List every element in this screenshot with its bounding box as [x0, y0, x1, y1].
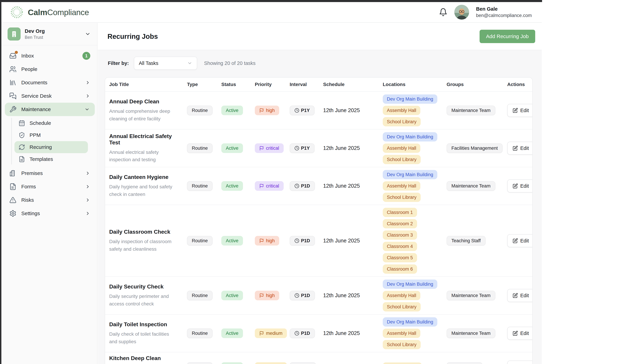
groups-cell: Maintenance Team	[447, 291, 507, 300]
clock-icon	[294, 108, 299, 113]
recurring-refresh-icon	[19, 144, 25, 151]
table-row[interactable]: Annual Electrical Safety Test Annual ele…	[105, 129, 532, 167]
status-badge: Active	[221, 106, 243, 115]
job-description: Daily inspection of classroom safety and…	[109, 238, 175, 253]
org-switcher[interactable]: Dev Org Ben Trust	[1, 23, 97, 45]
schedule-cell: 12th June 2025	[323, 183, 383, 189]
priority-cell: high	[255, 106, 290, 115]
status-cell: Active	[221, 362, 255, 364]
sidebar-item-label: Templates	[30, 156, 53, 162]
table-row[interactable]: Annual Deep Clean Annual comprehensive d…	[105, 92, 532, 129]
schedule-date: 12th June 2025	[323, 292, 360, 298]
user-avatar[interactable]	[454, 5, 469, 20]
clock-icon	[294, 331, 299, 336]
column-header: Priority	[255, 82, 290, 87]
sidebar-item-label: Maintenance	[21, 106, 51, 112]
flag-icon	[259, 146, 264, 151]
edit-button[interactable]: Edit	[507, 180, 533, 192]
sidebar-item-label: Risks	[21, 197, 34, 203]
edit-label: Edit	[520, 146, 529, 151]
unread-dot	[15, 51, 18, 54]
sidebar-item-ppm[interactable]: PPM	[1, 129, 97, 141]
sidebar-item-templates[interactable]: Templates	[1, 153, 97, 165]
edit-pencil-icon	[513, 238, 518, 243]
location-badge: Assembly Hall	[383, 106, 420, 115]
location-badge: Dev Org Main Building	[383, 132, 437, 142]
sidebar-item-label: Schedule	[30, 120, 51, 126]
table-row[interactable]: Kitchen Deep Clean Weekly deep cleaning …	[105, 352, 532, 364]
edit-button[interactable]: Edit	[507, 327, 533, 340]
brand-name: CalmCompliance	[28, 7, 89, 17]
interval-cell: P1W	[290, 362, 323, 364]
priority-cell: critical	[255, 143, 290, 153]
flag-icon	[259, 239, 264, 243]
table-row[interactable]: Daily Toilet Inspection Daily check of t…	[105, 315, 532, 352]
user-info[interactable]: Ben Gale ben@calmcompliance.com	[476, 6, 532, 18]
job-description: Daily security perimeter and access cont…	[109, 293, 175, 307]
sidebar-item-service-desk[interactable]: Service Desk	[1, 89, 97, 103]
actions-cell: Edit	[507, 234, 533, 247]
add-recurring-job-button[interactable]: Add Recurring Job	[480, 30, 535, 43]
edit-button[interactable]: Edit	[507, 361, 533, 364]
table-row[interactable]: Daily Classroom Check Daily inspection o…	[105, 205, 532, 277]
chevron-down-icon	[85, 31, 91, 37]
column-header: Job Title	[109, 82, 187, 87]
sidebar-item-label: Inbox	[21, 53, 34, 59]
job-title: Daily Classroom Check	[109, 229, 175, 235]
priority-label: high	[266, 293, 275, 298]
sidebar-item-inbox[interactable]: Inbox 1	[1, 49, 97, 62]
group-badge: Facilities Management	[447, 143, 502, 153]
edit-label: Edit	[520, 331, 529, 336]
locations-cell: Classroom 1Classroom 2Classroom 3Classro…	[383, 208, 447, 274]
chevron-down-icon	[85, 107, 90, 112]
location-badge: Assembly Hall	[383, 291, 420, 300]
interval-label: P1Y	[301, 146, 310, 151]
task-filter-dropdown[interactable]: All Tasks	[134, 57, 197, 70]
edit-button[interactable]: Edit	[507, 234, 533, 247]
table-row[interactable]: Daily Security Check Daily security peri…	[105, 277, 532, 315]
job-title: Daily Canteen Hygiene	[109, 174, 175, 180]
status-cell: Active	[221, 181, 255, 191]
sidebar-item-risks[interactable]: Risks	[1, 193, 97, 207]
job-title-cell: Daily Toilet Inspection Daily check of t…	[109, 321, 187, 345]
actions-cell: Edit	[507, 361, 533, 364]
column-header: Actions	[507, 82, 532, 87]
table-row[interactable]: Daily Canteen Hygiene Daily hygiene and …	[105, 167, 532, 205]
interval-badge: P1D	[290, 181, 315, 191]
priority-cell: critical	[255, 181, 290, 191]
sidebar-item-label: Premises	[21, 170, 43, 176]
interval-label: P1D	[301, 238, 310, 243]
sidebar-item-documents[interactable]: Documents	[1, 76, 97, 89]
priority-badge: medium	[255, 329, 287, 338]
filter-label: Filter by:	[108, 61, 129, 66]
sidebar-item-forms[interactable]: Forms	[1, 180, 97, 193]
chevron-right-icon	[85, 184, 90, 189]
column-header: Schedule	[323, 82, 383, 87]
schedule-cell: 12th June 2025	[323, 107, 383, 114]
sidebar-item-recurring[interactable]: Recurring	[14, 141, 88, 153]
job-description: Daily check of toilet facilities and sup…	[109, 330, 175, 345]
edit-button[interactable]: Edit	[507, 289, 533, 302]
sidebar-item-people[interactable]: People	[1, 62, 97, 76]
column-header: Groups	[447, 82, 507, 87]
type-badge: Routine	[187, 329, 213, 338]
brand-swirl-icon	[9, 5, 24, 20]
sidebar-item-schedule[interactable]: Schedule	[1, 117, 97, 129]
job-title: Kitchen Deep Clean	[109, 355, 175, 362]
edit-button[interactable]: Edit	[507, 104, 533, 117]
notifications-bell-icon[interactable]	[439, 8, 447, 16]
sidebar-item-premises[interactable]: Premises	[1, 167, 97, 180]
interval-cell: P1D	[290, 181, 323, 191]
interval-badge: P1D	[290, 329, 315, 338]
groups-cell: Maintenance Team	[447, 106, 507, 115]
sidebar-item-settings[interactable]: Settings	[1, 207, 97, 220]
groups-cell: Kitchen Staff	[447, 362, 507, 364]
job-title: Annual Deep Clean	[109, 98, 175, 105]
sidebar-item-maintenance[interactable]: Maintenance	[5, 103, 95, 116]
interval-cell: P1Y	[290, 143, 323, 153]
flag-icon	[259, 108, 264, 113]
interval-cell: P1D	[290, 291, 323, 300]
type-badge: Routine	[187, 143, 213, 153]
edit-button[interactable]: Edit	[507, 142, 533, 155]
edit-pencil-icon	[513, 293, 518, 298]
